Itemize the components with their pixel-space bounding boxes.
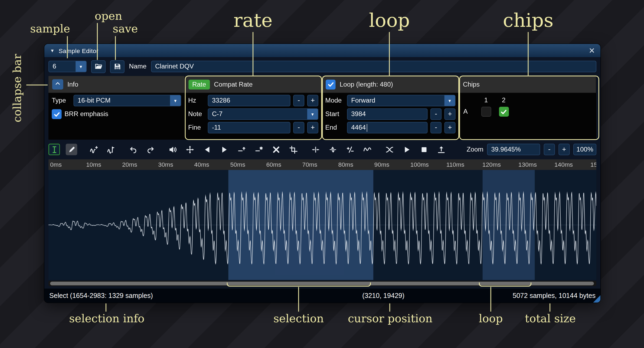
zoom-cluster: Zoom 39.9645% - + 100% xyxy=(467,144,596,155)
redo-icon xyxy=(146,146,154,153)
sample-selector[interactable]: 6 ▼ xyxy=(48,61,87,72)
sign-convert-button[interactable] xyxy=(344,144,355,155)
insert-silence-button[interactable] xyxy=(236,144,247,155)
loop-end-input[interactable]: 4464 xyxy=(347,122,427,133)
hz-minus-button[interactable]: - xyxy=(293,95,304,106)
filter-button[interactable] xyxy=(361,144,373,155)
timeline-ruler[interactable]: 0ms10ms20ms30ms40ms50ms60ms70ms80ms90ms1… xyxy=(48,159,596,170)
loop-end-value: 4464 xyxy=(351,124,366,131)
chip-row-a-label: A xyxy=(462,108,477,115)
open-button[interactable] xyxy=(91,60,106,73)
save-button[interactable] xyxy=(110,60,125,73)
trim-icon xyxy=(289,146,297,153)
annotation-label-loop: loop xyxy=(369,9,410,31)
dropdown-arrow-icon[interactable]: ▼ xyxy=(170,95,181,106)
loop-start-input[interactable]: 3984 xyxy=(347,109,427,120)
ruler-label: 30ms xyxy=(158,161,173,168)
import-button[interactable] xyxy=(435,144,447,155)
undo-icon xyxy=(129,146,137,153)
note-label: Note xyxy=(188,110,205,118)
draw-tool-button[interactable] xyxy=(66,144,77,155)
chevron-up-icon xyxy=(55,80,61,88)
amplify-button[interactable] xyxy=(167,144,178,155)
toolbar: Zoom 39.9645% - + 100% xyxy=(44,142,600,157)
rate-badge[interactable]: Rate xyxy=(188,80,210,89)
undo-button[interactable] xyxy=(127,144,139,155)
toolbar-group xyxy=(384,144,447,155)
loop-start-plus-button[interactable]: + xyxy=(444,109,456,120)
waveform-area[interactable] xyxy=(48,170,596,280)
waveform-scrollbar[interactable] xyxy=(48,281,596,286)
hz-plus-button[interactable]: + xyxy=(307,95,318,106)
redo-button[interactable] xyxy=(145,144,156,155)
preview-stop-button[interactable] xyxy=(418,144,430,155)
loop-mode-select[interactable]: Forward ▼ xyxy=(347,95,456,106)
close-button[interactable]: × xyxy=(589,45,595,55)
resize-button[interactable] xyxy=(88,144,99,155)
rate-panel-title: Compat Rate xyxy=(214,81,253,88)
fine-input[interactable]: -11 xyxy=(208,122,290,133)
zoom-minus-button[interactable]: - xyxy=(544,144,555,155)
chips-panel: Chips 1 2 A xyxy=(459,76,596,140)
info-panel-header: Info xyxy=(48,76,184,93)
window-collapse-icon[interactable]: ▼ xyxy=(50,48,55,53)
loop-panel-header: Loop (length: 480) xyxy=(322,76,459,93)
ruler-label: 80ms xyxy=(338,161,354,168)
waveform-canvas xyxy=(48,170,596,280)
note-select[interactable]: C-7 ▼ xyxy=(208,109,318,120)
loop-enable-checkbox[interactable] xyxy=(326,80,335,89)
chip-column-1-label: 1 xyxy=(484,97,488,104)
trim-button[interactable] xyxy=(287,144,299,155)
name-input[interactable]: Clarinet DQV xyxy=(151,61,596,72)
fade-in-button[interactable] xyxy=(201,144,213,155)
chip-a-2-checkbox[interactable] xyxy=(499,107,509,116)
hz-label: Hz xyxy=(188,97,205,104)
delete-button[interactable] xyxy=(270,144,282,155)
text-cursor xyxy=(367,124,367,132)
collapse-info-button[interactable] xyxy=(52,79,63,90)
scrollbar-thumb[interactable] xyxy=(50,282,594,285)
ruler-label: 20ms xyxy=(122,161,137,168)
ruler-label: 60ms xyxy=(266,161,281,168)
resample-button[interactable] xyxy=(105,144,116,155)
toolbar-groups xyxy=(48,144,447,155)
chip-a-1-checkbox[interactable] xyxy=(481,107,491,116)
fine-plus-button[interactable]: + xyxy=(307,122,318,133)
zoom-plus-button[interactable]: + xyxy=(558,144,570,155)
ruler-label: 110ms xyxy=(446,161,465,168)
normalize-button[interactable] xyxy=(184,144,195,155)
annotation-label-chips: chips xyxy=(503,9,554,31)
loop-start-minus-button[interactable]: - xyxy=(430,109,442,120)
dropdown-arrow-icon[interactable]: ▼ xyxy=(76,61,86,72)
fade-in-icon xyxy=(203,146,211,153)
zoom-reset-button[interactable]: 100% xyxy=(573,144,596,155)
status-bar: Select (1654-2983: 1329 samples) (3210, … xyxy=(44,289,600,303)
cursor-position-text: (3210, 19429) xyxy=(362,292,404,300)
apply-silence-button[interactable] xyxy=(253,144,264,155)
invert-icon xyxy=(329,146,337,153)
preview-play-button[interactable] xyxy=(401,144,412,155)
sign-icon xyxy=(346,146,354,153)
zoom-label: Zoom xyxy=(467,146,483,153)
select-tool-button[interactable] xyxy=(48,144,60,155)
loop-panel: Loop (length: 480) Mode Forward ▼ Start … xyxy=(322,76,459,140)
crossfade-button[interactable] xyxy=(384,144,395,155)
panels-row: Info Type 16-bit PCM ▼ BRR emphasis xyxy=(48,76,596,140)
dropdown-arrow-icon[interactable]: ▼ xyxy=(444,95,455,106)
type-select[interactable]: 16-bit PCM ▼ xyxy=(74,95,181,106)
dropdown-arrow-icon[interactable]: ▼ xyxy=(307,109,318,119)
zoom-input[interactable]: 39.9645% xyxy=(487,144,540,155)
loop-end-plus-button[interactable]: + xyxy=(444,122,456,133)
invert-button[interactable] xyxy=(327,144,338,155)
apply-silence-icon xyxy=(255,146,263,153)
reverse-button[interactable] xyxy=(310,144,321,155)
loop-end-minus-button[interactable]: - xyxy=(430,122,442,133)
fade-out-button[interactable] xyxy=(218,144,230,155)
folder-icon xyxy=(95,63,102,70)
sample-selector-value: 6 xyxy=(49,61,76,72)
hz-input[interactable]: 33286 xyxy=(208,95,290,106)
fine-minus-button[interactable]: - xyxy=(293,122,304,133)
pencil-icon xyxy=(68,146,76,153)
annotation-label-rate: rate xyxy=(233,9,272,31)
brr-emphasis-checkbox[interactable] xyxy=(52,109,61,119)
